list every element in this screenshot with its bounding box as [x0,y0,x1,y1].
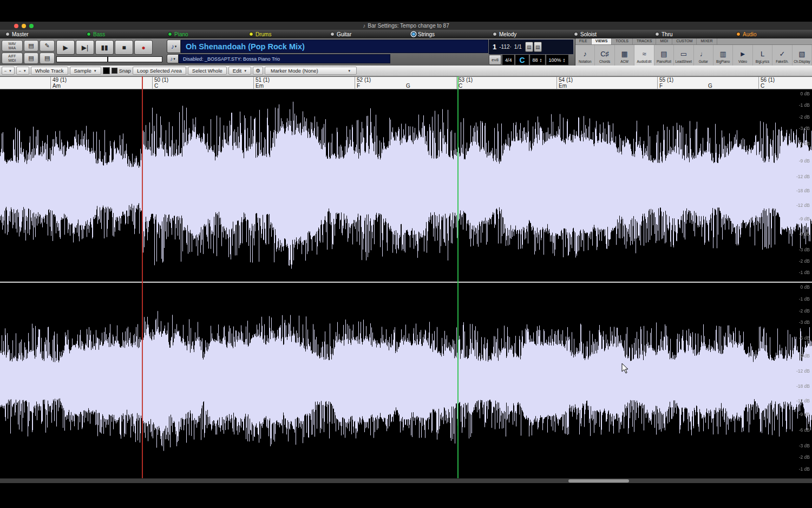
fakesh-button[interactable]: ✓FakeSh. [772,45,792,66]
status-ev8[interactable]: ev8 [489,55,501,65]
status-4-4[interactable]: 4/4 [502,55,515,65]
status-c[interactable]: C [515,55,528,65]
chordsheet-window-button[interactable]: ▤ [534,42,542,52]
audioedit-button[interactable]: ≈AudioEdit [634,45,654,66]
minimize-window-button[interactable] [22,24,26,28]
play-button[interactable]: ▶ [56,40,75,55]
playback-position-marker[interactable] [457,76,459,478]
track-bass[interactable]: Bass [81,31,162,37]
spinner-icon[interactable]: ▲▼ [563,58,566,62]
track-dot-icon [330,32,335,36]
status-88[interactable]: 88▲▼ [530,55,545,65]
chord-label: Am [53,83,61,89]
tab-file[interactable]: FILE [575,38,592,44]
acw-button[interactable]: ▦ACW [615,45,634,66]
waveform-area[interactable]: 0 dB-1 dB-2 dB-3 dB-6 dB-9 dB-12 dB-18 d… [0,89,812,478]
chords-button[interactable]: C♯Chords [595,45,614,66]
db-label: -1 dB [799,102,810,108]
tab-midi[interactable]: MIDI [656,38,672,44]
track-master[interactable]: Master [0,31,81,37]
song-progress-strip[interactable] [56,56,162,62]
snap-checkbox[interactable]: Snap [112,68,131,74]
db-label: -9 dB [799,412,810,417]
play-from-bar-button[interactable]: ▶| [76,40,94,55]
marker-mode-dropdown[interactable]: Marker Mode (None)▼ [265,67,357,75]
style-field[interactable]: Disabled: _BOSSAPT.STY: Bossa Piano Trio [179,54,390,63]
checkbox-icon[interactable] [112,68,117,74]
save-song-button[interactable]: ▤ [24,53,39,64]
biglyrics-button[interactable]: LBigLyrics [753,45,772,66]
zoom-in-mini-dropdown[interactable]: –▼ [16,67,29,75]
render-wav-m4a-button[interactable]: WAVM4A [2,40,23,51]
file-button-cluster: WAVM4A▤✎AIFFMIDI▤▤ [2,40,55,64]
loop-start-marker[interactable] [142,76,143,478]
db-label: -1 dB [799,296,810,302]
waveform-channel-right[interactable] [0,283,812,478]
settings-gear-button[interactable]: ⚙ [253,67,263,75]
track-audio[interactable]: Audio [731,31,812,37]
whole-track-button[interactable]: Whole Track [31,67,68,75]
tab-views[interactable]: VIEWS [592,38,612,44]
db-label: -6 dB [799,141,810,146]
track-melody[interactable]: Melody [487,31,568,37]
tab-mixer[interactable]: MIXER [697,38,717,44]
pause-button[interactable]: ▮▮ [95,40,114,55]
track-thru[interactable]: Thru [650,31,731,37]
track-guitar[interactable]: Guitar [325,31,406,37]
main-toolbar: WAVM4A▤✎AIFFMIDI▤▤ ▶▶|▮▮■● ♪▾ Oh Shenand… [0,38,812,66]
db-label: 0 dB [801,284,810,290]
file-icon: ▤ [28,55,34,61]
db-label: -18 dB [796,188,810,193]
open-song-button[interactable]: ▤ [24,40,39,51]
leadsheet-icon: ▭ [680,49,687,60]
notation-window-button[interactable]: ▤ [525,42,533,52]
bar-tick [152,77,153,90]
bar-ruler[interactable]: 49 (1)Am50 (1)C51 (1)Em52 (1)F53 (1)C54 … [0,76,812,89]
sample-dropdown[interactable]: Sample▼ [70,67,101,75]
save-as-button[interactable]: ▤ [40,53,55,64]
edit-song-button[interactable]: ✎ [40,40,55,51]
tab-tools[interactable]: TOOLS [612,38,633,44]
select-whole-button[interactable]: Select Whole [188,67,227,75]
status-100[interactable]: 100%▲▼ [546,55,568,65]
song-title-menu-button[interactable]: ♪▾ [167,40,181,53]
ch-display-button[interactable]: ▧Ch.Display [793,45,812,66]
zoom-out-mini-dropdown[interactable]: –▼ [2,67,15,75]
tab-tracks[interactable]: TRACKS [633,38,656,44]
file-icon: ▤ [44,55,50,61]
waveform-channel-left[interactable] [0,89,812,282]
file-icon: ✎ [45,42,50,49]
edit-dropdown[interactable]: Edit▼ [228,67,251,75]
video-button[interactable]: ►Video [733,45,752,66]
loop-selected-area-button[interactable]: Loop Selected Area [133,67,186,75]
guitar-button[interactable]: ♩Guitar [694,45,713,66]
track-label: Audio [743,31,757,37]
song-title-field[interactable]: Oh Shenandoah (Pop Rock Mix) [181,40,488,53]
scrollbar-thumb[interactable] [568,479,629,483]
pianoroll-button[interactable]: ▤PianoRoll [654,45,674,66]
track-soloist[interactable]: Soloist [568,31,650,37]
horizontal-scrollbar[interactable] [0,478,812,483]
tab-custom[interactable]: CUSTOM [672,38,697,44]
chord-label: Em [256,83,264,89]
bar-tick [456,77,457,90]
track-label: Melody [499,31,516,37]
bigpiano-button[interactable]: ▥BigPiano [713,45,733,66]
zoom-window-button[interactable] [29,24,34,28]
waveform-color-swatch[interactable] [103,67,110,74]
leadsheet-button[interactable]: ▭LeadSheet [674,45,693,66]
track-piano[interactable]: Piano [162,31,244,37]
audio-edit-toolbar: –▼–▼Whole TrackSample▼SnapLoop Selected … [0,66,812,76]
app-window: ♪Bar Settings: Tempo change to 87 Master… [0,0,812,508]
style-menu-button[interactable]: ♪▾ [167,54,179,63]
track-dot-icon [574,32,578,36]
aiff-midi-button[interactable]: AIFFMIDI [2,53,23,64]
close-window-button[interactable] [14,24,18,28]
spinner-icon[interactable]: ▲▼ [540,58,542,62]
track-strings[interactable]: Strings [406,31,487,37]
track-drums[interactable]: Drums [244,31,325,37]
record-button[interactable]: ● [134,40,153,55]
db-label: -2 dB [799,114,810,120]
notation-button[interactable]: ♪Notation [575,45,595,66]
stop-button[interactable]: ■ [115,40,133,55]
